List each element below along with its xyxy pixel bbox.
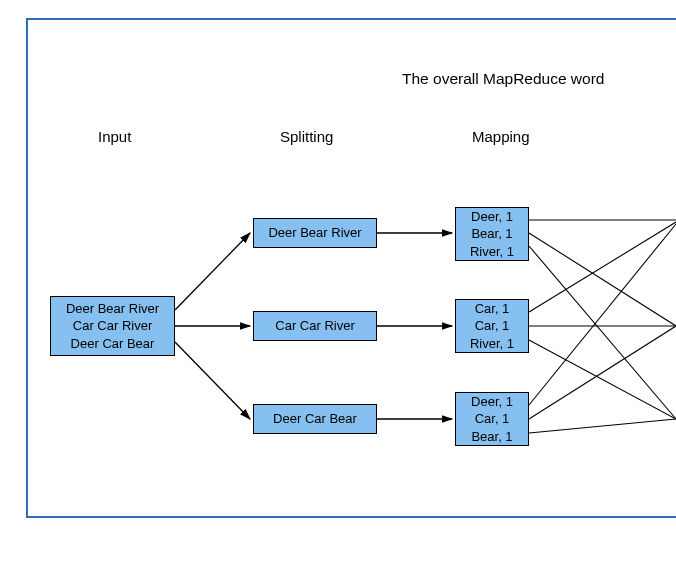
split-box-2: Car Car River (253, 311, 377, 341)
map-line: Bear, 1 (471, 428, 512, 446)
map-line: Deer, 1 (471, 393, 513, 411)
map-line: Car, 1 (475, 410, 510, 428)
map-line: River, 1 (470, 243, 514, 261)
stage-label-input: Input (98, 128, 131, 145)
diagram-frame (26, 18, 676, 518)
input-line: Car Car River (73, 317, 152, 335)
input-line: Deer Bear River (66, 300, 159, 318)
map-line: Bear, 1 (471, 225, 512, 243)
map-line: Car, 1 (475, 300, 510, 318)
input-box: Deer Bear River Car Car River Deer Car B… (50, 296, 175, 356)
map-line: Car, 1 (475, 317, 510, 335)
map-line: River, 1 (470, 335, 514, 353)
split-text: Deer Car Bear (273, 410, 357, 428)
map-box-1: Deer, 1 Bear, 1 River, 1 (455, 207, 529, 261)
stage-label-mapping: Mapping (472, 128, 530, 145)
map-line: Deer, 1 (471, 208, 513, 226)
split-text: Car Car River (275, 317, 354, 335)
diagram-title: The overall MapReduce word (402, 70, 604, 88)
split-box-3: Deer Car Bear (253, 404, 377, 434)
map-box-2: Car, 1 Car, 1 River, 1 (455, 299, 529, 353)
input-line: Deer Car Bear (71, 335, 155, 353)
map-box-3: Deer, 1 Car, 1 Bear, 1 (455, 392, 529, 446)
split-box-1: Deer Bear River (253, 218, 377, 248)
stage-label-splitting: Splitting (280, 128, 333, 145)
split-text: Deer Bear River (268, 224, 361, 242)
